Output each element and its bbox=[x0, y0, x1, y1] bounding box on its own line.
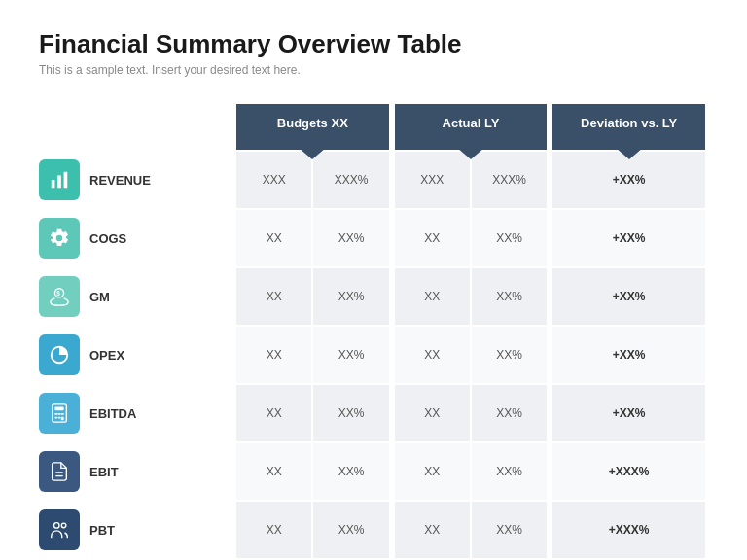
row-deviation-group: +XXX% bbox=[552, 502, 705, 558]
svg-point-16 bbox=[61, 523, 66, 528]
row-actual-group: XXX XXX% bbox=[395, 152, 548, 208]
row-label-ebitda: EBITDA bbox=[39, 385, 233, 441]
row-deviation-val: +XX% bbox=[552, 268, 705, 325]
svg-point-15 bbox=[54, 523, 60, 529]
row-budgets-val: XX bbox=[236, 268, 311, 325]
row-actual-val: XX bbox=[395, 210, 470, 266]
row-deviation-val: +XX% bbox=[552, 210, 705, 266]
row-budgets-pct: XX% bbox=[313, 385, 388, 441]
row-label-text: GM bbox=[89, 290, 110, 304]
row-budgets-pct: XX% bbox=[313, 443, 388, 500]
table-row: REVENUE XXX XXX% XXX XXX% +XX% bbox=[39, 152, 708, 208]
row-actual-group: XX XX% bbox=[395, 385, 548, 441]
row-budgets-group: XX XX% bbox=[236, 502, 389, 558]
svg-rect-0 bbox=[52, 180, 55, 188]
row-budgets-group: XX XX% bbox=[236, 385, 389, 441]
row-actual-group: XX XX% bbox=[395, 443, 548, 500]
row-actual-pct: XXX% bbox=[472, 152, 547, 208]
people-icon bbox=[39, 509, 80, 550]
row-deviation-val: +XXX% bbox=[552, 502, 705, 558]
row-budgets-group: XX XX% bbox=[236, 443, 389, 500]
svg-rect-2 bbox=[64, 172, 68, 189]
pie-chart-icon bbox=[39, 334, 80, 375]
settings-icon bbox=[39, 218, 80, 259]
row-actual-pct: XX% bbox=[472, 327, 547, 383]
svg-rect-8 bbox=[58, 413, 61, 415]
svg-rect-6 bbox=[54, 407, 63, 411]
row-label-ebit: EBIT bbox=[39, 443, 233, 500]
row-budgets-pct: XX% bbox=[313, 327, 388, 383]
row-budgets-pct: XX% bbox=[313, 268, 388, 325]
table-row: $ GM XX XX% XX XX% +XX% bbox=[39, 268, 708, 325]
page-title: Financial Summary Overview Table bbox=[39, 29, 708, 59]
table-row: PBT XX XX% XX XX% +XXX% bbox=[39, 502, 708, 558]
svg-rect-7 bbox=[54, 413, 57, 415]
row-deviation-group: +XXX% bbox=[552, 443, 705, 500]
row-budgets-group: XX XX% bbox=[236, 327, 389, 383]
row-deviation-group: +XX% bbox=[552, 210, 705, 266]
bar-chart-icon bbox=[39, 159, 80, 200]
row-budgets-pct: XX% bbox=[313, 210, 388, 266]
row-label-text: EBIT bbox=[89, 465, 119, 479]
row-actual-val: XX bbox=[395, 327, 470, 383]
row-actual-val: XXX bbox=[395, 152, 470, 208]
header-actual: Actual LY bbox=[395, 104, 548, 150]
row-budgets-pct: XX% bbox=[313, 502, 388, 558]
row-actual-pct: XX% bbox=[472, 502, 547, 558]
row-label-text: COGS bbox=[89, 231, 126, 246]
row-label-revenue: REVENUE bbox=[39, 152, 233, 208]
svg-rect-1 bbox=[57, 175, 61, 188]
table-row: EBIT XX XX% XX XX% +XXX% bbox=[39, 443, 708, 500]
row-deviation-val: +XX% bbox=[552, 385, 705, 441]
row-budgets-val: XX bbox=[236, 443, 311, 500]
row-deviation-val: +XX% bbox=[552, 327, 705, 383]
row-budgets-group: XX XX% bbox=[236, 210, 389, 266]
row-label-text: PBT bbox=[89, 523, 115, 538]
row-actual-group: XX XX% bbox=[395, 327, 548, 383]
row-budgets-val: XX bbox=[236, 210, 311, 266]
row-deviation-val: +XXX% bbox=[552, 443, 705, 500]
document-icon bbox=[39, 451, 80, 492]
header-deviation: Deviation vs. LY bbox=[552, 104, 705, 150]
row-label-cogs: COGS bbox=[39, 210, 233, 266]
row-actual-pct: XX% bbox=[472, 385, 547, 441]
row-budgets-val: XXX bbox=[236, 152, 311, 208]
row-actual-pct: XX% bbox=[472, 210, 547, 266]
row-deviation-group: +XX% bbox=[552, 268, 705, 325]
row-budgets-val: XX bbox=[236, 502, 311, 558]
row-actual-pct: XX% bbox=[472, 268, 547, 325]
row-actual-val: XX bbox=[395, 268, 470, 325]
row-actual-val: XX bbox=[395, 385, 470, 441]
calculator-icon bbox=[39, 393, 80, 434]
coins-icon: $ bbox=[39, 276, 80, 317]
row-budgets-group: XX XX% bbox=[236, 268, 389, 325]
svg-rect-10 bbox=[54, 417, 57, 419]
row-deviation-val: +XX% bbox=[552, 152, 705, 208]
row-deviation-group: +XX% bbox=[552, 385, 705, 441]
svg-rect-11 bbox=[58, 417, 61, 419]
page-subtitle: This is a sample text. Insert your desir… bbox=[39, 63, 708, 77]
table-row: EBITDA XX XX% XX XX% +XX% bbox=[39, 385, 708, 441]
table-row: COGS XX XX% XX XX% +XX% bbox=[39, 210, 708, 266]
row-deviation-group: +XX% bbox=[552, 327, 705, 383]
row-label-gm: $ GM bbox=[39, 268, 233, 325]
row-label-text: REVENUE bbox=[89, 173, 151, 188]
row-actual-val: XX bbox=[395, 443, 470, 500]
row-label-pbt: PBT bbox=[39, 502, 233, 558]
financial-table: Budgets XX Actual LY Deviation vs. LY RE… bbox=[39, 104, 708, 558]
table-row: OPEX XX XX% XX XX% +XX% bbox=[39, 327, 708, 383]
row-actual-val: XX bbox=[395, 502, 470, 558]
svg-rect-9 bbox=[61, 413, 64, 415]
row-actual-group: XX XX% bbox=[395, 268, 548, 325]
row-actual-pct: XX% bbox=[472, 443, 547, 500]
row-actual-group: XX XX% bbox=[395, 502, 548, 558]
row-budgets-group: XXX XXX% bbox=[236, 152, 389, 208]
row-label-text: EBITDA bbox=[89, 406, 136, 421]
svg-rect-12 bbox=[61, 417, 64, 421]
row-deviation-group: +XX% bbox=[552, 152, 705, 208]
svg-text:$: $ bbox=[56, 290, 60, 298]
row-budgets-val: XX bbox=[236, 327, 311, 383]
row-budgets-pct: XXX% bbox=[313, 152, 388, 208]
row-actual-group: XX XX% bbox=[395, 210, 548, 266]
table-body: REVENUE XXX XXX% XXX XXX% +XX% COGS XX X… bbox=[39, 152, 708, 558]
